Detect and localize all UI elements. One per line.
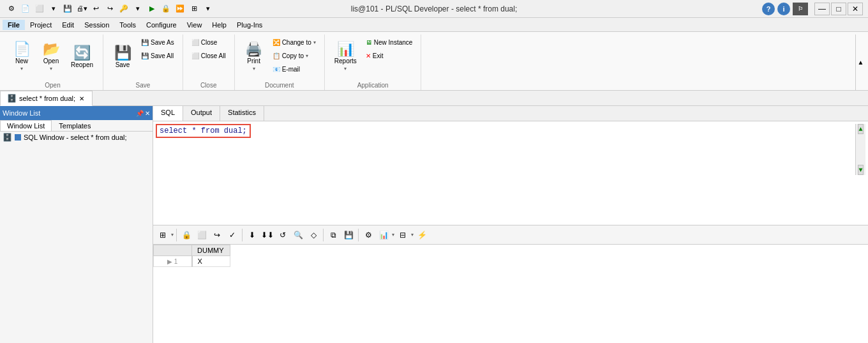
grid-btn-arrow[interactable]: ▾ — [171, 232, 174, 238]
document-group-label: Document — [265, 82, 294, 90]
copy-btn[interactable]: ↪ — [210, 228, 224, 242]
clear-btn[interactable]: ◇ — [306, 228, 320, 242]
open-button[interactable]: 📂 Open ▾ — [37, 36, 65, 78]
qat-dropdown[interactable]: ▾ — [47, 3, 60, 15]
settings-btn[interactable]: ⚙ — [361, 228, 375, 242]
close-all-button[interactable]: ⬜ Close All — [188, 49, 229, 62]
reports-button[interactable]: 📊 Reports ▾ — [330, 36, 361, 78]
save-all-button[interactable]: 💾 Save All — [138, 49, 177, 62]
qat-key[interactable]: 🔑 — [117, 3, 130, 15]
select-all-btn[interactable]: ⬜ — [195, 228, 209, 242]
qat-print-dropdown[interactable]: 🖨▾ — [75, 3, 88, 15]
close-button[interactable]: ⬜ Close — [188, 36, 229, 49]
col-header-dummy[interactable]: DUMMY — [192, 245, 230, 256]
last-btn[interactable]: ⬇⬇ — [260, 228, 274, 242]
ribbon-collapse-button[interactable]: ▲ — [855, 34, 865, 90]
sidebar: Window List 📌 ✕ Window List Templates 🗄️… — [0, 106, 153, 343]
save-as-button[interactable]: 💾 Save As — [138, 36, 177, 49]
email-button[interactable]: 📧 E-mail — [269, 63, 319, 75]
qat-btn-2[interactable]: ⬜ — [33, 3, 46, 15]
menu-help[interactable]: Help — [207, 20, 232, 30]
reports-label: Reports — [334, 57, 357, 65]
grid-layout-arrow[interactable]: ▾ — [411, 232, 414, 238]
scrollbar-down-button[interactable]: ▼ — [858, 165, 863, 175]
check-btn[interactable]: ✓ — [225, 228, 239, 242]
save-button[interactable]: 💾 Save — [108, 36, 137, 78]
help-question-icon[interactable]: ? — [762, 3, 775, 15]
sidebar-title: Window List — [3, 109, 40, 117]
save-all-label: Save All — [151, 52, 174, 59]
tab-sql[interactable]: SQL — [153, 106, 183, 121]
maximize-button[interactable]: □ — [831, 3, 846, 15]
copy-data-btn[interactable]: ⧉ — [326, 228, 340, 242]
sidebar-close-button[interactable]: ✕ — [145, 110, 150, 117]
save-data-btn[interactable]: 💾 — [341, 228, 355, 242]
menu-project[interactable]: Project — [25, 20, 57, 30]
scrollbar-up-button[interactable]: ▲ — [858, 124, 863, 134]
dummy-value-cell[interactable]: X — [192, 256, 230, 267]
sql-content[interactable]: select * from dual; — [156, 124, 251, 138]
tab-statistics[interactable]: Statistics — [220, 106, 264, 121]
open-label: Open — [43, 57, 59, 65]
new-instance-button[interactable]: 🖥 New Instance — [363, 36, 416, 49]
lock-btn[interactable]: 🔒 — [179, 228, 193, 242]
exit-button[interactable]: ✕ Exit — [363, 49, 416, 62]
close-button[interactable]: ✕ — [848, 3, 863, 15]
qat-btn-1[interactable]: 📄 — [19, 3, 32, 15]
email-icon: 📧 — [273, 66, 280, 73]
help-info-icon[interactable]: i — [777, 3, 790, 15]
change-to-button[interactable]: 🔀 Change to ▾ — [269, 36, 319, 49]
menu-session[interactable]: Session — [79, 20, 114, 30]
qat-run[interactable]: ▶ — [146, 3, 158, 15]
doc-tab-close-button[interactable]: ✕ — [78, 95, 86, 102]
qat-step[interactable]: ⏩ — [174, 3, 186, 15]
qat-save[interactable]: 💾 — [61, 3, 74, 15]
first-btn[interactable]: ⬇ — [245, 228, 259, 242]
sidebar-pin-button[interactable]: 📌 — [136, 110, 144, 117]
menu-view[interactable]: View — [182, 20, 207, 30]
search-btn[interactable]: 🔍 — [291, 228, 305, 242]
title-bar: ⚙ 📄 ⬜ ▾ 💾 🖨▾ ↩ ↪ 🔑 ▾ ▶ 🔒 ⏩ ⊞ ▾ lis@101 -… — [0, 0, 868, 18]
tab-output[interactable]: Output — [183, 106, 220, 121]
results-grid-btn[interactable]: ⊞ — [156, 228, 170, 242]
qat-redo[interactable]: ↪ — [103, 3, 116, 15]
list-item[interactable]: 🗄️ SQL Window - select * from dual; — [0, 132, 153, 143]
close-group-label: Close — [200, 82, 217, 90]
reports-icon: 📊 — [337, 42, 354, 56]
change-to-icon: 🔀 — [273, 39, 280, 46]
chart-btn[interactable]: 📊 — [377, 228, 391, 242]
open-arrow: ▾ — [50, 66, 52, 72]
change-to-arrow: ▾ — [313, 40, 316, 45]
menu-edit[interactable]: Edit — [57, 20, 79, 30]
save-group-buttons: 💾 Save 💾 Save As 💾 Save All — [108, 36, 177, 80]
qat-undo[interactable]: ↩ — [89, 3, 102, 15]
copy-to-button[interactable]: 📋 Copy to ▾ — [269, 49, 319, 62]
print-button[interactable]: 🖨️ Print ▾ — [240, 36, 268, 78]
doc-tab-active[interactable]: 🗄️ select * from dual; ✕ — [0, 91, 93, 106]
filter-btn[interactable]: ⚡ — [415, 228, 429, 242]
close-all-label: Close All — [201, 52, 226, 59]
qat-more[interactable]: ⊞ — [188, 3, 200, 15]
separator-3 — [323, 229, 324, 241]
sidebar-tab-window-list[interactable]: Window List — [0, 120, 52, 131]
refresh-btn[interactable]: ↺ — [276, 228, 290, 242]
sidebar-item-db-icon: 🗄️ — [3, 133, 12, 142]
chart-arrow[interactable]: ▾ — [392, 232, 394, 238]
help-remote-icon[interactable]: ⚐ — [793, 3, 808, 15]
menu-plugins[interactable]: Plug-Ins — [232, 20, 267, 30]
sidebar-tab-templates[interactable]: Templates — [52, 120, 98, 131]
sql-editor[interactable]: select * from dual; ▲ ▼ — [153, 121, 868, 225]
reopen-button[interactable]: 🔄 Reopen — [66, 36, 98, 78]
qat-lock[interactable]: 🔒 — [160, 3, 172, 15]
qat-custom-dropdown[interactable]: ▾ — [202, 3, 214, 15]
copy-to-label: Copy to — [282, 52, 304, 59]
menu-file[interactable]: File — [3, 20, 25, 30]
sidebar-item-color-indicator — [15, 134, 21, 141]
menu-tools[interactable]: Tools — [114, 20, 141, 30]
new-icon: 📄 — [13, 42, 31, 56]
menu-configure[interactable]: Configure — [141, 20, 182, 30]
grid-layout-btn[interactable]: ⊟ — [396, 228, 410, 242]
minimize-button[interactable]: — — [814, 3, 830, 15]
qat-dropdown2[interactable]: ▾ — [131, 3, 144, 15]
new-button[interactable]: 📄 New ▾ — [8, 36, 36, 78]
